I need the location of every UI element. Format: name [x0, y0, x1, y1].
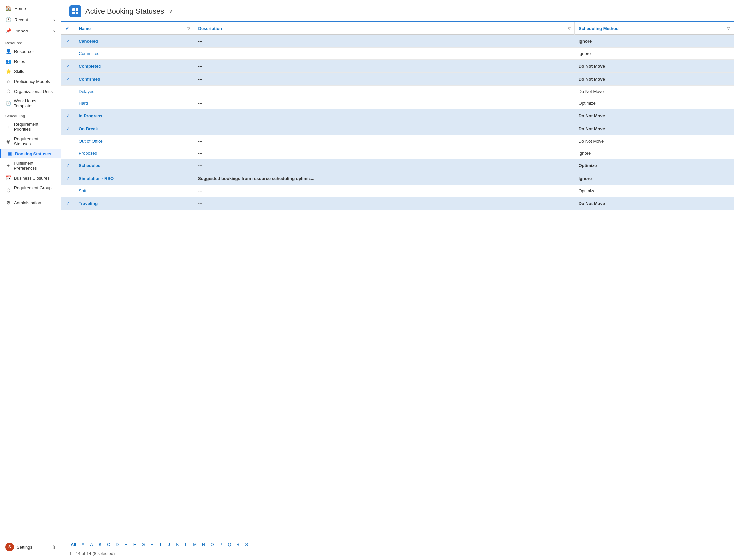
- alpha-item-j[interactable]: J: [166, 541, 172, 548]
- row-checkbox[interactable]: [61, 185, 75, 197]
- chevron-icon: ∨: [53, 18, 56, 22]
- alpha-item-#[interactable]: #: [80, 541, 86, 548]
- row-checkbox[interactable]: [61, 48, 75, 60]
- table-row[interactable]: ✓Canceled---Ignore: [61, 35, 734, 48]
- table-row[interactable]: ✓In Progress---Do Not Move: [61, 109, 734, 122]
- sidebar-nav-recent[interactable]: 🕐 Recent ∨: [0, 14, 61, 25]
- table-row[interactable]: ✓Simulation - RSOSuggested bookings from…: [61, 172, 734, 185]
- sidebar-item-business-closures[interactable]: 📅 Business Closures: [0, 173, 61, 183]
- col-header-name[interactable]: Name ↑▽: [75, 22, 194, 35]
- col-header-scheduling_method[interactable]: Scheduling Method ▽: [575, 22, 734, 35]
- alpha-item-b[interactable]: B: [97, 541, 103, 548]
- roles-icon: 👥: [5, 59, 11, 64]
- sidebar-item-req-statuses[interactable]: ◉ Requirement Statuses: [0, 134, 61, 149]
- sidebar-nav-home[interactable]: 🏠 Home: [0, 3, 61, 14]
- sidebar-item-req-group[interactable]: ⬡ Requirement Group ...: [0, 183, 61, 198]
- alpha-item-f[interactable]: F: [131, 541, 138, 548]
- sort-icon[interactable]: ↑: [92, 26, 94, 30]
- sidebar-item-req-priorities[interactable]: ↓ Requirement Priorities: [0, 119, 61, 134]
- alpha-item-i[interactable]: I: [157, 541, 164, 548]
- sidebar-item-fulfillment-prefs[interactable]: ✦ Fulfillment Preferences: [0, 158, 61, 173]
- alpha-item-c[interactable]: C: [105, 541, 112, 548]
- row-checkbox[interactable]: ✓: [61, 197, 75, 210]
- select-all-checkbox[interactable]: ✓: [65, 25, 70, 31]
- sidebar-nav-pinned[interactable]: 📌 Pinned ∨: [0, 25, 61, 36]
- alpha-item-h[interactable]: H: [149, 541, 155, 548]
- row-checkbox[interactable]: ✓: [61, 122, 75, 135]
- row-checkbox[interactable]: ✓: [61, 172, 75, 185]
- row-checkbox[interactable]: [61, 86, 75, 97]
- table-row[interactable]: Delayed---Do Not Move: [61, 86, 734, 97]
- row-name[interactable]: Confirmed: [75, 73, 194, 86]
- alpha-item-q[interactable]: Q: [226, 541, 233, 548]
- row-description: ---: [194, 147, 575, 159]
- pinned-icon: 📌: [5, 28, 12, 34]
- alpha-item-d[interactable]: D: [114, 541, 121, 548]
- sidebar-item-org-units[interactable]: ⬡ Organizational Units: [0, 86, 61, 96]
- row-checkbox[interactable]: ✓: [61, 73, 75, 86]
- row-name[interactable]: Hard: [75, 97, 194, 109]
- row-name[interactable]: Soft: [75, 185, 194, 197]
- table-row[interactable]: Out of Office---Do Not Move: [61, 135, 734, 147]
- alpha-item-p[interactable]: P: [217, 541, 224, 548]
- row-name[interactable]: Committed: [75, 48, 194, 60]
- alpha-item-e[interactable]: E: [123, 541, 129, 548]
- filter-icon[interactable]: ▽: [727, 26, 730, 31]
- resources-icon: 👤: [5, 49, 11, 54]
- table-row[interactable]: Hard---Optimize: [61, 97, 734, 109]
- sidebar-item-administration[interactable]: ⚙ Administration: [0, 198, 61, 208]
- row-name[interactable]: On Break: [75, 122, 194, 135]
- chevron-icon: ∨: [53, 29, 56, 33]
- alpha-item-all[interactable]: All: [69, 541, 78, 548]
- alpha-item-m[interactable]: M: [192, 541, 198, 548]
- sidebar-item-resources[interactable]: 👤 Resources: [0, 46, 61, 56]
- table-row[interactable]: ✓Confirmed---Do Not Move: [61, 73, 734, 86]
- col-header-description[interactable]: Description ▽: [194, 22, 575, 35]
- row-name[interactable]: Traveling: [75, 197, 194, 210]
- row-checkbox[interactable]: [61, 97, 75, 109]
- row-name[interactable]: Delayed: [75, 86, 194, 97]
- page-title-chevron[interactable]: ∨: [169, 9, 172, 14]
- table-row[interactable]: ✓On Break---Do Not Move: [61, 122, 734, 135]
- row-checkbox[interactable]: ✓: [61, 159, 75, 172]
- table-row[interactable]: ✓Traveling---Do Not Move: [61, 197, 734, 210]
- org-units-icon: ⬡: [5, 89, 11, 94]
- alpha-item-o[interactable]: O: [209, 541, 215, 548]
- booking-statuses-icon: ▣: [6, 151, 12, 156]
- alpha-item-r[interactable]: R: [235, 541, 241, 548]
- row-name[interactable]: In Progress: [75, 109, 194, 122]
- row-name[interactable]: Scheduled: [75, 159, 194, 172]
- row-name[interactable]: Canceled: [75, 35, 194, 48]
- table-row[interactable]: ✓Completed---Do Not Move: [61, 60, 734, 73]
- table-row[interactable]: ✓Scheduled---Optimize: [61, 159, 734, 172]
- table-row[interactable]: Committed---Ignore: [61, 48, 734, 60]
- alpha-item-g[interactable]: G: [140, 541, 147, 548]
- table-row[interactable]: Proposed---Ignore: [61, 147, 734, 159]
- page-info: 1 - 14 of 14 (8 selected): [69, 551, 726, 556]
- sidebar-item-roles[interactable]: 👥 Roles: [0, 56, 61, 66]
- row-checkbox[interactable]: ✓: [61, 35, 75, 48]
- alpha-item-a[interactable]: A: [88, 541, 95, 548]
- sidebar-item-work-hours[interactable]: 🕐 Work Hours Templates: [0, 96, 61, 111]
- sidebar-item-proficiency-models[interactable]: ☆ Proficiency Models: [0, 76, 61, 86]
- settings-item[interactable]: S Settings ⇅: [0, 540, 61, 554]
- alpha-item-n[interactable]: N: [200, 541, 207, 548]
- table-row[interactable]: Soft---Optimize: [61, 185, 734, 197]
- row-name[interactable]: Out of Office: [75, 135, 194, 147]
- row-description: ---: [194, 135, 575, 147]
- row-checkbox[interactable]: [61, 147, 75, 159]
- row-name[interactable]: Completed: [75, 60, 194, 73]
- sidebar-item-skills[interactable]: ⭐ Skills: [0, 66, 61, 76]
- row-checkbox[interactable]: ✓: [61, 60, 75, 73]
- filter-icon[interactable]: ▽: [187, 26, 190, 31]
- row-checkbox[interactable]: ✓: [61, 109, 75, 122]
- row-description: ---: [194, 86, 575, 97]
- alpha-item-s[interactable]: S: [243, 541, 250, 548]
- row-checkbox[interactable]: [61, 135, 75, 147]
- alpha-item-k[interactable]: K: [174, 541, 181, 548]
- row-name[interactable]: Simulation - RSO: [75, 172, 194, 185]
- filter-icon[interactable]: ▽: [568, 26, 571, 31]
- row-name[interactable]: Proposed: [75, 147, 194, 159]
- sidebar-item-booking-statuses[interactable]: ▣ Booking Statuses: [0, 149, 61, 158]
- alpha-item-l[interactable]: L: [183, 541, 190, 548]
